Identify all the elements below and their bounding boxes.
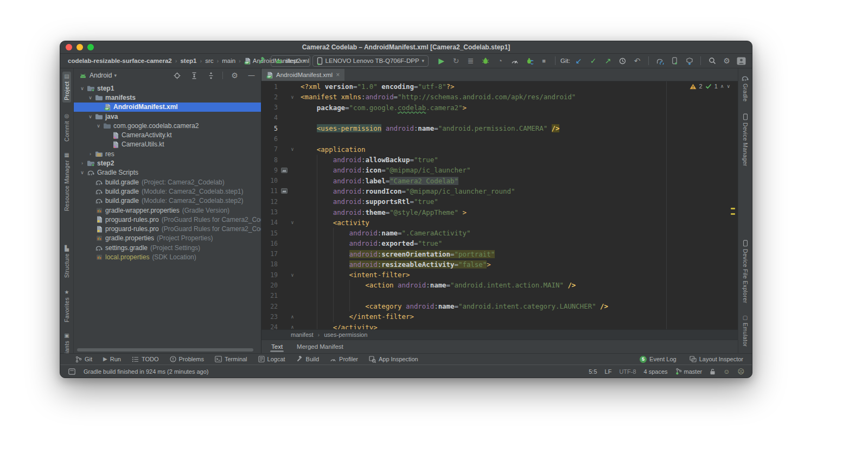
code-line-15[interactable]: 15 android:name=".CameraActivity" <box>261 228 738 238</box>
code-line-18[interactable]: 18 android:resizeableActivity="false"> <box>261 259 738 270</box>
tool-window-button-logcat[interactable]: Logcat <box>258 356 285 362</box>
tool-window-button-problems[interactable]: Problems <box>170 356 204 362</box>
git-rollback-button[interactable]: ↶ <box>631 55 643 67</box>
background-tasks-button[interactable] <box>66 366 78 377</box>
tree-item-manifests[interactable]: ∨manifests <box>74 93 261 102</box>
fold-marker-icon[interactable]: ∧ <box>289 314 296 320</box>
hide-panel-button[interactable]: — <box>245 70 258 81</box>
profile-debug-button[interactable] <box>523 55 535 67</box>
code-editor[interactable]: 1<?xml version="1.0" encoding="utf-8"?>2… <box>261 81 738 329</box>
tool-stripe-resource-manager[interactable]: ▦Resource Manager <box>62 150 71 213</box>
tool-window-button-todo[interactable]: TODO <box>132 356 159 362</box>
collapse-all-button[interactable] <box>205 70 217 81</box>
tree-chevron-icon[interactable]: ∨ <box>86 114 94 119</box>
git-branch-widget[interactable]: master <box>675 368 703 375</box>
code-line-16[interactable]: 16 android:exported="true" <box>261 238 738 248</box>
fold-marker-icon[interactable]: ∨ <box>289 272 296 278</box>
fold-marker-icon[interactable]: ∧ <box>289 324 296 329</box>
prev-problem-icon[interactable]: ∧ <box>720 84 724 89</box>
tree-item-gradle.properties[interactable]: gradle.properties(Project Properties) <box>74 234 261 243</box>
view-tab-merged-manifest[interactable]: Merged Manifest <box>297 340 343 353</box>
search-button[interactable] <box>706 55 718 67</box>
tool-stripe-device-manager[interactable]: Device Manager <box>741 111 750 169</box>
sdk-manager-button[interactable] <box>683 55 695 67</box>
xml-breadcrumb-item[interactable]: uses-permission <box>324 331 367 338</box>
code-line-12[interactable]: 12 android:supportsRtl="true" <box>261 196 738 207</box>
minimize-window-button[interactable] <box>76 44 83 50</box>
tree-item-camerautils.kt[interactable]: CameraUtils.kt <box>74 140 261 149</box>
tree-item-androidmanifest.xml[interactable]: MFAndroidManifest.xml <box>74 103 261 112</box>
next-problem-icon[interactable]: ∨ <box>726 84 730 89</box>
tool-stripe-structure[interactable]: ▙Structure <box>62 244 71 280</box>
profiler-button[interactable] <box>508 55 521 67</box>
line-ending[interactable]: LF <box>605 368 612 375</box>
tree-item-gradle-scripts[interactable]: ∨Gradle Scripts <box>74 168 261 177</box>
run-configuration-select[interactable]: step2▾ <box>271 55 310 67</box>
code-line-4[interactable]: 4 <box>261 113 738 123</box>
fold-marker-icon[interactable]: ∨ <box>289 146 296 152</box>
code-line-23[interactable]: 23∧ </intent-filter> <box>261 311 738 322</box>
tool-stripe-favorites[interactable]: ★Favorites <box>62 288 71 324</box>
sad-feedback-icon[interactable]: ☹ <box>737 368 744 375</box>
tool-window-button-terminal[interactable]: Terminal <box>215 356 247 362</box>
project-view-selector[interactable]: Android▾ <box>90 72 117 79</box>
tool-window-button-app-inspection[interactable]: App Inspection <box>369 356 418 363</box>
tool-stripe-emulator[interactable]: ▢Emulator <box>741 313 750 349</box>
tree-item-cameraactivity.kt[interactable]: CameraActivity.kt <box>74 130 261 139</box>
git-update-button[interactable]: ↙ <box>572 55 585 67</box>
zoom-window-button[interactable] <box>87 44 94 50</box>
tree-item-build.gradle[interactable]: build.gradle(Module: Camera2_Codelab.ste… <box>74 196 261 206</box>
tree-chevron-icon[interactable]: › <box>78 161 86 166</box>
run-button[interactable]: ▶ <box>435 55 448 67</box>
fold-marker-icon[interactable]: ∨ <box>289 220 296 225</box>
code-line-3[interactable]: 3 package="com.google.codelab.camera2"> <box>261 103 738 113</box>
code-line-5[interactable]: 5 <uses-permission android:name="android… <box>261 123 738 133</box>
tool-window-button-run[interactable]: ▶Run <box>103 356 121 362</box>
code-line-21[interactable]: 21 <box>261 291 738 301</box>
tree-item-gradle-wrapper.properties[interactable]: gradle-wrapper.properties(Gradle Version… <box>74 206 261 215</box>
image-icon[interactable] <box>281 168 288 173</box>
git-push-button[interactable]: ↗ <box>602 55 614 67</box>
editor-tab-androidmanifest[interactable]: MFAndroidManifest.xml× <box>261 69 344 81</box>
code-line-8[interactable]: 8 android:allowBackup="true" <box>261 155 738 165</box>
titlebar[interactable]: Camera2 Codelab – AndroidManifest.xml [C… <box>60 41 752 54</box>
tool-window-button-git[interactable]: Git <box>75 356 92 363</box>
happy-feedback-icon[interactable]: ☺ <box>723 368 730 375</box>
tree-item-res[interactable]: ›res <box>74 149 261 158</box>
close-window-button[interactable] <box>66 44 72 50</box>
panel-settings-button[interactable]: ⚙ <box>228 70 241 81</box>
code-line-19[interactable]: 19∨ <intent-filter> <box>261 270 738 280</box>
code-line-6[interactable]: 6 <box>261 133 738 144</box>
apply-changes-button[interactable]: ↻ <box>450 55 462 67</box>
breadcrumb-item[interactable]: codelab-resizable-surface-camera2 <box>68 58 172 64</box>
scrollbar-warning-mark[interactable] <box>731 213 735 215</box>
xml-breadcrumb-item[interactable]: manifest <box>291 331 314 338</box>
tool-window-button-build[interactable]: Build <box>296 356 319 362</box>
code-line-7[interactable]: 7∨ <application <box>261 144 738 155</box>
tool-stripe-gradle[interactable]: Gradle <box>740 73 750 104</box>
indent-setting[interactable]: 4 spaces <box>644 368 668 375</box>
view-tab-text[interactable]: Text <box>271 340 283 353</box>
tree-item-com.google.codelab.camera2[interactable]: ∨com.google.codelab.camera2 <box>74 121 261 130</box>
tool-stripe-device-file-explorer[interactable]: Device File Explorer <box>741 238 750 305</box>
avatar-button[interactable] <box>735 55 748 67</box>
tree-chevron-icon[interactable]: › <box>86 151 94 157</box>
breadcrumb-item[interactable]: step1 <box>180 58 196 64</box>
tree-item-step2[interactable]: ›step2 <box>74 158 261 168</box>
code-line-9[interactable]: 9 android:icon="@mipmap/ic_launcher" <box>261 165 738 175</box>
code-line-13[interactable]: 13 android:theme="@style/AppTheme" > <box>261 207 738 217</box>
caret-position[interactable]: 5:5 <box>589 368 597 375</box>
inspection-widget[interactable]: 21∧∨ <box>690 83 730 90</box>
tree-item-proguard-rules.pro[interactable]: proguard-rules.pro(ProGuard Rules for Ca… <box>74 224 261 233</box>
attach-profiler-button[interactable]: ◔ <box>494 55 506 67</box>
code-line-17[interactable]: 17 android:screenOrientation="portrait" <box>261 249 738 259</box>
git-commit-button[interactable]: ✓ <box>587 55 599 67</box>
code-line-11[interactable]: 11 android:roundIcon="@mipmap/ic_launche… <box>261 186 738 196</box>
code-line-1[interactable]: 1<?xml version="1.0" encoding="utf-8"?> <box>261 81 738 92</box>
lock-icon[interactable] <box>710 368 716 375</box>
image-icon[interactable] <box>281 188 288 194</box>
tool-stripe-build-variants[interactable]: ▣Build Variants <box>62 331 71 353</box>
tool-window-button-profiler[interactable]: Profiler <box>330 356 358 362</box>
tool-stripe-project[interactable]: ▤Project <box>62 72 71 103</box>
tree-item-proguard-rules.pro[interactable]: proguard-rules.pro(ProGuard Rules for Ca… <box>74 215 261 224</box>
